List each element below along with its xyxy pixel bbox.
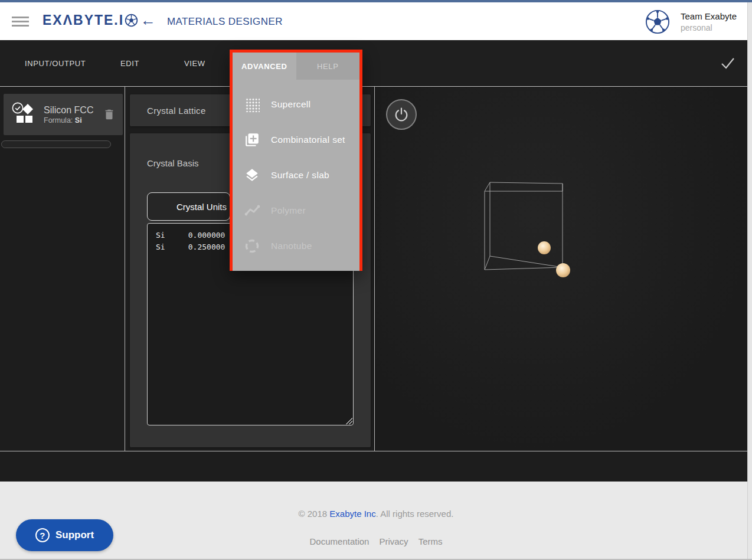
copyright-line: © 2018 Exabyte Inc. All rights reserved. xyxy=(0,509,752,519)
question-icon: ? xyxy=(35,528,50,542)
designer-menubar: INPUT/OUTPUT EDIT VIEW xyxy=(0,40,752,86)
link-documentation[interactable]: Documentation xyxy=(310,536,370,546)
soccer-ball-icon xyxy=(125,14,138,27)
menu-item-combinatorial-set[interactable]: Combinatorial set xyxy=(233,122,359,158)
account-type: personal xyxy=(681,22,737,33)
material-list-item[interactable]: Silicon FCC Formula: Si xyxy=(4,94,123,135)
back-arrow-icon[interactable]: ← xyxy=(140,11,156,30)
crystal-lattice-header: Crystal Lattice xyxy=(147,106,206,116)
nanotube-ring-icon xyxy=(244,238,260,254)
app-header: EXΛBYTE.I ← MATERIALS DESIGNER Team Exab… xyxy=(0,2,752,40)
silicon-atom[interactable] xyxy=(538,241,551,254)
library-add-icon xyxy=(244,132,260,148)
layers-icon xyxy=(244,167,260,184)
menu-edit[interactable]: EDIT xyxy=(120,40,139,86)
menu-advanced[interactable]: ADVANCED xyxy=(233,53,296,80)
dropdown-tabs: ADVANCED HELP xyxy=(233,53,359,80)
material-title: Silicon FCC xyxy=(44,104,103,116)
delete-material-icon[interactable] xyxy=(103,107,116,122)
logo-text: EXΛBYTE.I xyxy=(42,12,124,28)
window-top-edge xyxy=(0,0,752,2)
page-footer: © 2018 Exabyte Inc. All rights reserved.… xyxy=(0,482,752,560)
material-widgets-icon xyxy=(11,102,38,127)
link-privacy[interactable]: Privacy xyxy=(379,536,408,546)
supercell-grid-icon xyxy=(244,96,260,113)
dropdown-body: Supercell Combinatorial set Surface / sl… xyxy=(233,80,359,271)
menu-item-polymer[interactable]: Polymer xyxy=(233,193,359,228)
menu-item-surface-slab[interactable]: Surface / slab xyxy=(233,158,359,193)
apply-check-icon[interactable] xyxy=(720,56,735,70)
page-scrollbar[interactable] xyxy=(747,2,752,560)
unit-cell-wireframe xyxy=(485,182,563,270)
team-name: Team Exabyte xyxy=(681,11,737,22)
account-labels: Team Exabyte personal xyxy=(681,11,737,33)
sidebar-scrollbar[interactable] xyxy=(1,140,111,148)
crystal-basis-header: Crystal Basis xyxy=(147,158,199,168)
materials-sidebar: Silicon FCC Formula: Si xyxy=(0,87,125,451)
exabyte-inc-link[interactable]: Exabyte Inc xyxy=(329,509,375,519)
support-button[interactable]: ? Support xyxy=(16,519,113,551)
menu-help[interactable]: HELP xyxy=(296,53,360,80)
content-area: Silicon FCC Formula: Si Crystal Lattice … xyxy=(0,86,752,451)
crystal-units-button[interactable]: Crystal Units xyxy=(147,192,230,221)
team-avatar-icon[interactable] xyxy=(645,9,670,34)
crystal-scene[interactable] xyxy=(375,87,752,452)
viewer-3d[interactable] xyxy=(375,87,752,451)
account-widget[interactable]: Team Exabyte personal xyxy=(645,9,737,34)
material-formula: Formula: Si xyxy=(44,116,103,125)
menu-input-output[interactable]: INPUT/OUTPUT xyxy=(25,40,86,86)
lower-dark-strip xyxy=(0,452,752,482)
polymer-chain-icon xyxy=(244,202,260,219)
link-terms[interactable]: Terms xyxy=(418,536,443,546)
advanced-menu-dropdown: ADVANCED HELP Supercell Combinatorial se… xyxy=(230,50,362,271)
menu-view[interactable]: VIEW xyxy=(184,40,205,86)
silicon-atom[interactable] xyxy=(556,263,570,277)
page-title: MATERIALS DESIGNER xyxy=(167,16,283,28)
hamburger-menu-icon[interactable] xyxy=(12,17,29,27)
selected-check-circle-icon xyxy=(12,103,22,113)
menu-item-nanotube[interactable]: Nanotube xyxy=(233,228,359,264)
menu-item-supercell[interactable]: Supercell xyxy=(233,87,359,122)
material-labels: Silicon FCC Formula: Si xyxy=(44,104,103,125)
exabyte-logo[interactable]: EXΛBYTE.I xyxy=(42,12,138,28)
